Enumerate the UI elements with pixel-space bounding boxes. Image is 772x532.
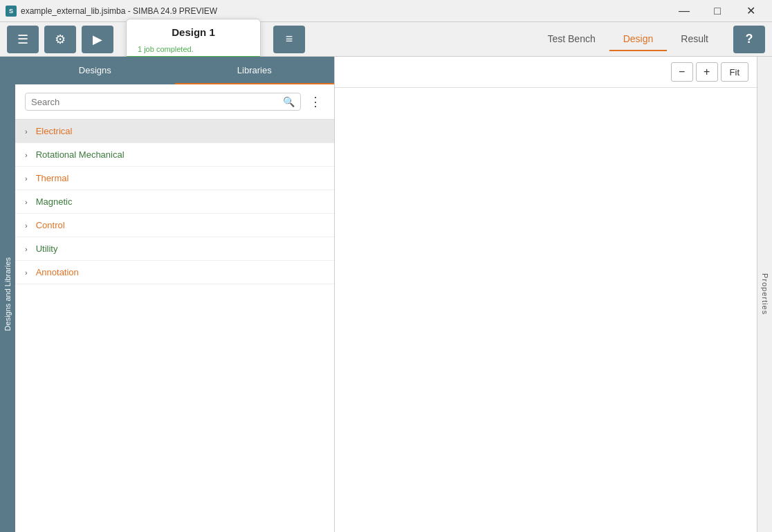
main-canvas: − + Fit [335,57,757,532]
sidebar-tabs: Designs Libraries [15,57,334,84]
zoom-out-button[interactable]: − [671,62,693,82]
canvas-area [335,88,757,532]
library-label-electrical: Electrical [36,126,73,136]
hamburger-button[interactable]: ☰ [7,26,39,53]
sidebar: Designs Libraries 🔍 ⋮ › Electrical › Rot… [15,57,335,532]
right-toggle-label: Properties [761,273,769,315]
settings-icon: ⚙ [55,32,66,47]
chevron-right-icon: › [25,127,28,136]
library-item-annotation[interactable]: › Annotation [15,261,334,284]
library-item-utility[interactable]: › Utility [15,237,334,261]
maximize-button[interactable]: □ [701,0,733,22]
tab-design[interactable]: Design [609,28,668,51]
sidebar-tab-designs[interactable]: Designs [15,57,175,84]
left-panel-toggle[interactable]: Designs and Libraries [0,57,15,532]
play-button[interactable]: ▶ [82,26,113,53]
search-icon: 🔍 [283,96,295,107]
content-area: Designs and Libraries Designs Libraries … [0,57,772,532]
close-button[interactable]: ✕ [735,0,766,22]
play-icon: ▶ [93,32,102,47]
settings-button[interactable]: ⚙ [44,26,76,53]
design-card-status: 1 job completed. [138,45,249,53]
design-card: Design 1 1 job completed. [126,19,261,60]
main-toolbar: ☰ ⚙ ▶ Design 1 1 job completed. ≡ Test B… [0,22,772,57]
chevron-right-icon: › [25,221,28,230]
library-list: › Electrical › Rotational Mechanical › T… [15,120,334,532]
title-bar-title: example_external_lib.jsimba - SIMBA 24.9… [21,6,217,16]
tab-result[interactable]: Result [667,28,722,51]
chevron-right-icon: › [25,268,28,277]
app-icon: S [6,6,17,17]
title-bar-left: S example_external_lib.jsimba - SIMBA 24… [6,6,217,17]
title-bar-controls: — □ ✕ [668,0,766,22]
search-input-wrapper: 🔍 [25,93,301,111]
help-icon: ? [746,32,753,46]
library-label-magnetic: Magnetic [36,196,73,207]
minimize-button[interactable]: — [668,0,700,22]
chevron-right-icon: › [25,198,28,206]
more-options-button[interactable]: ⋮ [306,93,324,111]
chevron-right-icon: › [25,151,28,159]
library-label-thermal: Thermal [36,173,69,183]
chevron-right-icon: › [25,245,28,253]
fit-button[interactable]: Fit [721,62,748,82]
sidebar-tab-libraries[interactable]: Libraries [175,57,335,84]
search-input[interactable] [31,97,283,107]
list-button[interactable]: ≡ [273,26,305,53]
design-card-title: Design 1 [138,26,249,38]
hamburger-icon: ☰ [17,32,28,47]
library-label-rotational: Rotational Mechanical [36,149,125,160]
library-item-magnetic[interactable]: › Magnetic [15,190,334,214]
tabs-area: Test Bench Design Result [533,28,722,51]
library-label-annotation: Annotation [36,267,79,277]
canvas-toolbar: − + Fit [335,57,757,88]
library-label-utility: Utility [36,244,58,254]
library-item-thermal[interactable]: › Thermal [15,167,334,190]
library-item-electrical[interactable]: › Electrical [15,120,334,143]
zoom-in-button[interactable]: + [696,62,718,82]
tab-testbench[interactable]: Test Bench [533,28,609,51]
more-icon: ⋮ [309,94,322,109]
left-toggle-label: Designs and Libraries [3,257,12,331]
list-icon: ≡ [286,32,293,46]
search-area: 🔍 ⋮ [15,84,334,120]
right-panel-toggle[interactable]: Properties [757,57,772,532]
library-label-control: Control [36,220,65,230]
library-item-control[interactable]: › Control [15,214,334,237]
library-item-rotational[interactable]: › Rotational Mechanical [15,143,334,167]
help-button[interactable]: ? [733,26,765,53]
chevron-right-icon: › [25,174,28,183]
title-bar: S example_external_lib.jsimba - SIMBA 24… [0,0,772,22]
